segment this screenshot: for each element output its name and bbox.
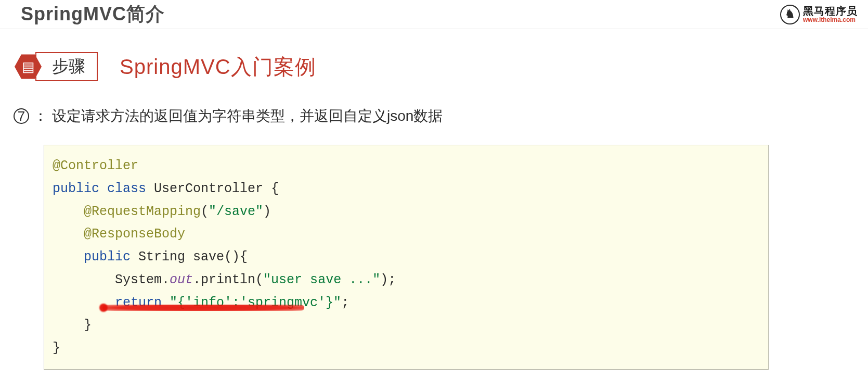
code-parens: ()	[224, 249, 240, 265]
code-brace-open2: {	[240, 249, 248, 265]
code-field-out: out	[170, 272, 193, 287]
code-brace-close1: }	[53, 341, 60, 356]
code-brace-open1: {	[271, 181, 279, 196]
code-kw-class: class	[107, 181, 146, 196]
code-kw-public1: public	[53, 181, 99, 196]
content-area: ▤ 步骤 SpringMVC入门案例 7 ： 设定请求方法的返回值为字符串类型，…	[0, 29, 868, 385]
colon: ：	[33, 106, 48, 126]
step-label: 步骤	[35, 52, 98, 81]
code-block: @Controller public class UserController …	[44, 145, 769, 370]
step-hex-icon: ▤	[15, 53, 42, 80]
code-semi: ;	[341, 295, 349, 310]
logo-text: 黑马程序员 www.itheima.com	[803, 6, 858, 23]
code-system: System.	[115, 272, 170, 287]
red-underline-annotation	[102, 305, 304, 311]
code-kw-public2: public	[84, 249, 131, 265]
instruction-row: 7 ： 设定请求方法的返回值为字符串类型，并返回自定义json数据	[14, 106, 852, 126]
logo-brand-cn: 黑马程序员	[803, 6, 858, 16]
step-number-badge: 7	[14, 108, 29, 124]
code-type-string: String	[138, 249, 185, 265]
code-method-save: save	[193, 249, 224, 265]
code-annotation-reqmap: @RequestMapping	[84, 204, 201, 219]
page-title: SpringMVC简介	[21, 2, 165, 27]
code-close-println: );	[380, 272, 396, 287]
step-header-row: ▤ 步骤 SpringMVC入门案例	[16, 52, 852, 81]
code-string-path: "/save"	[209, 204, 263, 219]
code-annotation-respbody: @ResponseBody	[84, 227, 185, 242]
horse-glyph: ♞	[785, 7, 795, 21]
instruction-text: 设定请求方法的返回值为字符串类型，并返回自定义json数据	[52, 106, 443, 126]
logo-area: ♞ 黑马程序员 www.itheima.com	[780, 5, 858, 24]
logo-brand-url: www.itheima.com	[803, 17, 856, 23]
code-class-name: UserController	[154, 181, 263, 196]
header-bar: SpringMVC简介 ♞ 黑马程序员 www.itheima.com	[0, 0, 868, 29]
code-brace-close2: }	[84, 318, 92, 333]
code-println: .println(	[193, 272, 263, 287]
code-annotation-controller: @Controller	[53, 158, 138, 173]
section-title: SpringMVC入门案例	[120, 53, 316, 81]
code-string-msg: "user save ..."	[263, 272, 380, 287]
document-icon: ▤	[22, 59, 35, 75]
horse-logo-icon: ♞	[780, 5, 800, 24]
